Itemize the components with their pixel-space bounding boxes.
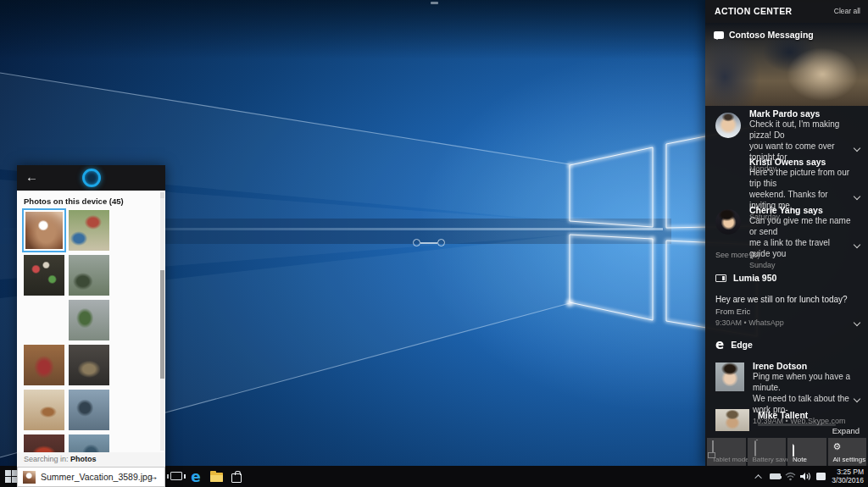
photo-thumbnail[interactable] [24,300,64,340]
message-icon [714,31,724,39]
phone-icon [715,274,726,282]
video-artifact [431,2,438,4]
quick-action-note[interactable]: Note [787,438,826,466]
notification-text: Hey are we still on for lunch today? [715,295,860,304]
submit-arrow-icon[interactable]: → [147,470,159,483]
notification-text: me a link to the travel guide you [749,237,853,259]
chevron-down-icon[interactable] [854,193,860,200]
chevron-down-icon[interactable] [854,145,860,152]
photo-grid-device [17,210,159,452]
clock-date: 3/30/2016 [832,477,864,485]
search-results-area: Photos on this device (45) Photos on One… [17,191,165,452]
see-more-link[interactable]: See more (8) [715,251,760,259]
photo-thumbnail[interactable] [69,434,109,452]
chevron-down-icon[interactable] [854,241,860,248]
section-photos-device: Photos on this device (45) [24,196,165,206]
start-button[interactable] [5,470,18,483]
cortana-icon[interactable] [82,169,101,187]
action-center-tray-icon[interactable] [814,466,827,487]
tablet-mode-icon [712,441,722,451]
contoso-group-header[interactable]: Contoso Messaging [714,30,814,40]
photo-thumbnail[interactable] [24,434,64,452]
cortana-search-panel: ← Photos on this device (45) Photos on O… [17,165,165,487]
search-input[interactable]: Summer_Vacation_3589.jpg → [17,467,165,487]
avatar [715,209,741,235]
system-tray: 3:25 PM 3/30/2016 [753,466,868,487]
desktop: ACTION CENTER Clear all Contoso Messagin… [0,0,868,487]
quick-action-tablet-mode[interactable]: Tablet mode [707,438,746,466]
notification-kristi-owens[interactable]: Kristi Owens says Here's the picture fro… [705,157,868,205]
notification-sender: From Eric [715,307,750,316]
photo-thumbnail[interactable] [69,255,109,296]
truncated-text [758,423,836,426]
scrollbar-up-arrow[interactable] [160,192,164,198]
searching-in-label: Searching in: [24,455,69,463]
quick-action-battery-saver[interactable]: Battery saver [748,438,787,466]
lumia-group-header[interactable]: Lumia 950 [715,273,776,283]
notification-text: Ping me when you have a minute. [753,371,853,393]
notification-text: Can you give me the name or send [749,215,853,237]
avatar [715,113,741,138]
battery-icon[interactable] [768,466,782,487]
edge-group-header[interactable]: e Edge [715,339,753,351]
lumia-group-label: Lumia 950 [733,273,776,283]
searching-in-row: Searching in: Photos [17,452,165,467]
task-view-button[interactable] [170,472,182,480]
quick-action-all-settings[interactable]: ⚙ All settings [828,438,867,466]
photo-thumbnail[interactable] [69,300,109,340]
searching-in-value[interactable]: Photos [70,455,97,463]
wifi-icon[interactable] [783,466,797,487]
note-icon [793,441,803,451]
avatar [715,161,741,186]
search-input-value: Summer_Vacation_3589.jpg [41,472,153,482]
tray-chevron-up-icon[interactable] [753,466,766,487]
cortana-panel-header: ← [17,165,165,191]
chevron-down-icon[interactable] [854,319,860,326]
notification-sender: Mark Pardo says [749,108,853,119]
scrollbar-thumb[interactable] [160,270,164,379]
taskbar-clock[interactable]: 3:25 PM 3/30/2016 [832,468,864,484]
contoso-messaging-hero-image[interactable]: Contoso Messaging [705,23,868,106]
photo-thumbnail[interactable] [24,345,64,385]
avatar [715,409,749,431]
edge-group-label: Edge [731,340,753,350]
notification-mark-pardo[interactable]: Mark Pardo says Check it out, I'm making… [705,108,868,157]
notification-sender: Kristi Owens says [749,157,853,167]
scrollbar[interactable] [160,192,164,451]
notification-sender: Mike Tallent [758,410,808,420]
chevron-down-icon[interactable] [854,396,860,402]
photo-thumbnail[interactable] [24,255,64,296]
notification-sender: Irene Dotson [753,361,853,371]
file-explorer-icon[interactable] [209,469,224,484]
notification-sender: Cherie Yang says [749,205,853,215]
photo-thumbnail[interactable] [69,345,109,385]
contoso-group-label: Contoso Messaging [729,30,814,40]
photo-thumbnail-selected[interactable] [24,210,64,251]
edge-taskbar-icon[interactable]: e [188,469,203,484]
avatar [715,362,744,391]
notification-text: Check it out, I'm making pizza! Do [749,119,853,141]
search-thumbnail-icon [23,471,36,484]
back-arrow-icon[interactable]: ← [25,169,38,184]
store-icon[interactable] [229,469,244,484]
scrubber-dot-left [413,239,420,246]
notification-time: Sunday [749,261,853,269]
battery-saver-icon [753,441,763,451]
speaker-icon[interactable] [798,466,812,487]
notification-cherie-yang[interactable]: Cherie Yang says Can you give me the nam… [705,205,868,253]
quick-actions-row: Tablet mode Battery saver Note ⚙ All set… [707,438,866,466]
link-cursor-widget [413,238,445,248]
photo-thumbnail[interactable] [69,210,109,251]
action-center-title: ACTION CENTER [715,6,793,16]
scrubber-dot-right [437,239,445,246]
action-center-panel: ACTION CENTER Clear all Contoso Messagin… [705,0,868,467]
photo-thumbnail[interactable] [24,390,64,430]
notification-meta: 9:30AM • WhatsApp [715,318,784,327]
clear-all-button[interactable]: Clear all [834,7,860,15]
expand-link[interactable]: Expand [832,426,860,435]
photo-thumbnail[interactable] [69,390,109,430]
gear-icon: ⚙ [833,441,843,451]
action-center-header: ACTION CENTER Clear all [705,0,868,23]
notification-irene-dotson[interactable]: Irene Dotson Ping me when you have a min… [705,361,868,407]
scrubber-bar [420,242,437,244]
